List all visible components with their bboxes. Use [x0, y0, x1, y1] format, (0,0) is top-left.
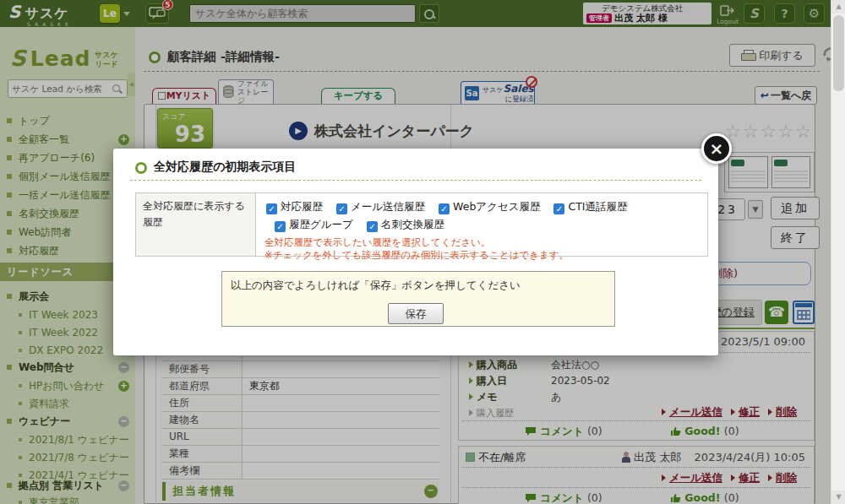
close-icon: × [710, 138, 724, 159]
checked-checkbox-icon[interactable] [266, 203, 277, 214]
modal-title-icon [135, 162, 147, 174]
confirm-text: 以上の内容でよろしければ「保存」ボタンを押してください [231, 279, 521, 291]
checked-checkbox-icon[interactable] [275, 221, 286, 232]
checkbox-option[interactable]: 履歴グループ [273, 218, 353, 230]
scroll-down-icon[interactable]: ▼ [831, 490, 845, 504]
checked-checkbox-icon[interactable] [439, 203, 450, 214]
confirm-box: 以上の内容でよろしければ「保存」ボタンを押してください 保存 [221, 271, 615, 327]
modal-title: 全対応履歴の初期表示項目 [154, 160, 296, 175]
form-row-label: 全対応履歴に表示する履歴 [136, 193, 256, 256]
scrollbar-thumb[interactable] [833, 15, 844, 91]
checkbox-option[interactable]: 名刺交換履歴 [365, 218, 444, 230]
divider [130, 180, 701, 181]
checkbox-option[interactable]: Webアクセス履歴 [437, 200, 540, 213]
history-display-settings-modal: 全対応履歴の初期表示項目 全対応履歴に表示する履歴 対応履歴 メール送信履歴 W… [113, 149, 718, 355]
checked-checkbox-icon[interactable] [367, 221, 378, 232]
checked-checkbox-icon[interactable] [336, 203, 347, 214]
checkbox-option[interactable]: メール送信履歴 [335, 200, 425, 213]
modal-close-button[interactable]: × [701, 133, 732, 164]
settings-form: 全対応履歴に表示する履歴 対応履歴 メール送信履歴 Webアクセス履歴 CTI通… [135, 192, 708, 257]
save-button[interactable]: 保存 [388, 303, 444, 324]
checkbox-option[interactable]: 対応履歴 [264, 200, 323, 213]
checked-checkbox-icon[interactable] [553, 203, 564, 214]
scroll-up-icon[interactable]: ▲ [831, 0, 845, 14]
page-scrollbar[interactable]: ▲ ▼ [831, 0, 845, 504]
modal-note: 全対応履歴で表示したい履歴を選択してください。※チェックを外しても該当履歴のみ個… [264, 236, 699, 262]
checkbox-option[interactable]: CTI通話履歴 [552, 200, 627, 213]
